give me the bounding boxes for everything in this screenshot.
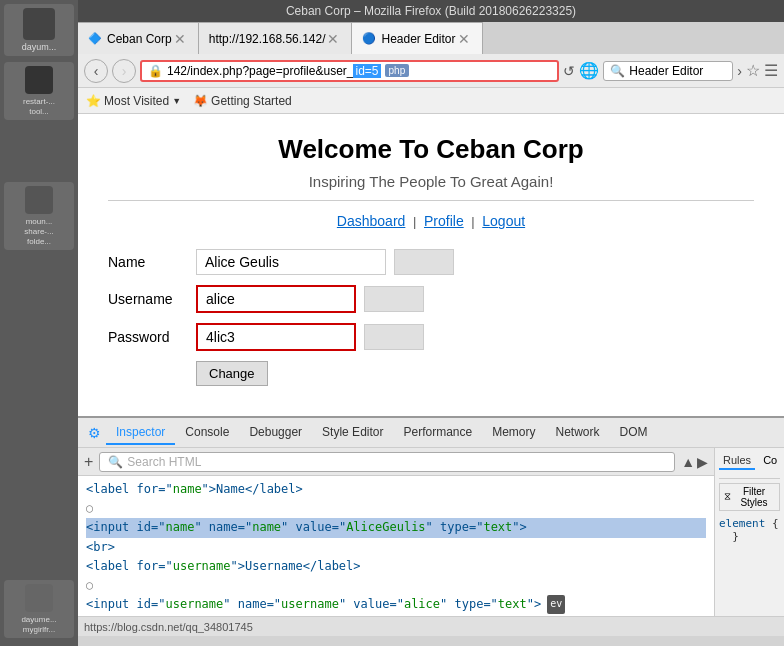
html-line-dot-1: ○ (86, 499, 706, 518)
bookmark-star-button[interactable]: ☆ (746, 61, 760, 80)
globe-icon: 🌐 (579, 61, 599, 80)
password-input[interactable] (196, 323, 356, 351)
username-extra (364, 286, 424, 312)
name-extra (394, 249, 454, 275)
back-button[interactable]: ‹ (84, 59, 108, 83)
address-bar: ‹ › 🔒 142/index.php?page=profile&user_id… (78, 54, 784, 88)
password-row: Password (108, 323, 754, 351)
element-rule: element { } (719, 517, 780, 543)
devtools-secondary-toolbar: + 🔍 Search HTML ▲ ▶ (78, 448, 714, 476)
username-row: Username (108, 285, 754, 313)
nav-arrows: ▲ ▶ (681, 454, 708, 470)
add-node-button[interactable]: + (84, 453, 93, 471)
title-bar: Ceban Corp – Mozilla Firefox (Build 2018… (78, 0, 784, 22)
menu-button[interactable]: ☰ (764, 61, 778, 80)
html-line-input-username[interactable]: <input id="username" name="username" val… (86, 595, 706, 614)
password-extra (364, 324, 424, 350)
devtools-toolbar: ⚙ Inspector Console Debugger Style Edito… (78, 418, 784, 448)
bookmarks-bar: ⭐ Most Visited ▼ 🦊 Getting Started (78, 88, 784, 114)
nav-dashboard[interactable]: Dashboard (337, 213, 406, 229)
reload-button[interactable]: ↺ (563, 63, 575, 79)
tab-header-editor[interactable]: 🔵 Header Editor ✕ (352, 22, 482, 54)
taskbar-item-3[interactable]: moun...share-...folde... (4, 182, 74, 250)
tab-favicon-1: 🔷 (88, 32, 102, 45)
change-row: Change (108, 361, 754, 386)
status-url: https://blog.csdn.net/qq_34801745 (84, 621, 253, 633)
tab-favicon-3: 🔵 (362, 32, 376, 45)
devtools-inspector-icon: ⚙ (82, 419, 106, 447)
nav-sep-1: | (413, 214, 420, 229)
search-icon-right: 🔍 (610, 64, 625, 78)
name-label: Name (108, 254, 188, 270)
tab-bar: 🔷 Ceban Corp ✕ http://192.168.56.142/ ✕ … (78, 22, 784, 54)
search-bar[interactable]: 🔍 Header Editor (603, 61, 733, 81)
devtools-tab-network[interactable]: Network (546, 421, 610, 445)
chevron-down-icon: ▼ (172, 96, 181, 106)
name-row: Name (108, 249, 754, 275)
search-value: Header Editor (629, 64, 703, 78)
co-tab[interactable]: Co (759, 452, 781, 476)
browser-content: Welcome To Ceban Corp Inspiring The Peop… (78, 114, 784, 416)
name-input[interactable] (196, 249, 386, 275)
most-visited-label: Most Visited (104, 94, 169, 108)
site-nav: Dashboard | Profile | Logout (108, 213, 754, 229)
url-highlight: id=5 (353, 64, 380, 78)
tab-label-1: Ceban Corp (107, 32, 172, 46)
html-line-label-name: <label for="name">Name</label> (86, 480, 706, 499)
devtools-panel: ⚙ Inspector Console Debugger Style Edito… (78, 416, 784, 616)
star-bookmark-icon: ⭐ (86, 94, 101, 108)
tab-ip[interactable]: http://192.168.56.142/ ✕ (199, 22, 353, 54)
search-html-icon: 🔍 (108, 455, 123, 469)
taskbar-item-1[interactable]: dayum... (4, 4, 74, 56)
username-label: Username (108, 291, 188, 307)
firefox-icon: 🦊 (193, 94, 208, 108)
window-title: Ceban Corp – Mozilla Firefox (Build 2018… (286, 4, 576, 18)
search-go-button[interactable]: › (737, 63, 742, 79)
nav-sep-2: | (471, 214, 478, 229)
devtools-nav-up[interactable]: ▲ (681, 454, 695, 470)
filter-icon: ⧖ (724, 491, 731, 503)
devtools-tab-style-editor[interactable]: Style Editor (312, 421, 393, 445)
page-subtitle: Inspiring The People To Great Again! (108, 173, 754, 190)
lock-icon: 🔒 (148, 64, 163, 78)
getting-started-bookmark[interactable]: 🦊 Getting Started (193, 94, 292, 108)
tab-close-1[interactable]: ✕ (172, 31, 188, 47)
username-input[interactable] (196, 285, 356, 313)
taskbar-item-4[interactable]: dayume...mygirlfr... (4, 580, 74, 638)
rules-tab[interactable]: Rules (719, 452, 755, 470)
nav-profile[interactable]: Profile (424, 213, 464, 229)
nav-logout[interactable]: Logout (482, 213, 525, 229)
devtools-tab-debugger[interactable]: Debugger (239, 421, 312, 445)
forward-button[interactable]: › (112, 59, 136, 83)
taskbar-item-2[interactable]: restart-...tool... (4, 62, 74, 120)
tab-label-2: http://192.168.56.142/ (209, 32, 326, 46)
password-label: Password (108, 329, 188, 345)
devtools-main: + 🔍 Search HTML ▲ ▶ <label for="name">Na… (78, 448, 714, 616)
html-line-br-1: <br> (86, 538, 706, 557)
tab-ceban-corp[interactable]: 🔷 Ceban Corp ✕ (78, 22, 199, 54)
page-divider (108, 200, 754, 201)
devtools-tab-console[interactable]: Console (175, 421, 239, 445)
devtools-tab-performance[interactable]: Performance (393, 421, 482, 445)
url-bar[interactable]: 🔒 142/index.php?page=profile&user_id=5 p… (140, 60, 559, 82)
search-html-placeholder: Search HTML (127, 455, 201, 469)
html-line-label-username: <label for="username">Username</label> (86, 557, 706, 576)
devtools-rules-panel: Rules Co ⧖ Filter Styles element { } (714, 448, 784, 616)
devtools-tab-inspector[interactable]: Inspector (106, 421, 175, 445)
most-visited-bookmark[interactable]: ⭐ Most Visited ▼ (86, 94, 181, 108)
devtools-tab-memory[interactable]: Memory (482, 421, 545, 445)
filter-styles-button[interactable]: ⧖ Filter Styles (719, 483, 780, 511)
url-text: 142/index.php?page=profile&user_id=5 (167, 64, 381, 78)
tab-close-2[interactable]: ✕ (325, 31, 341, 47)
html-view[interactable]: <label for="name">Name</label> ○ <input … (78, 476, 714, 616)
html-line-dot-2: ○ (86, 576, 706, 595)
change-button[interactable]: Change (196, 361, 268, 386)
search-html-bar[interactable]: 🔍 Search HTML (99, 452, 675, 472)
devtools-tab-dom[interactable]: DOM (610, 421, 658, 445)
devtools-content: + 🔍 Search HTML ▲ ▶ <label for="name">Na… (78, 448, 784, 616)
taskbar: dayum... restart-...tool... moun...share… (0, 0, 78, 646)
status-bar: https://blog.csdn.net/qq_34801745 (78, 616, 784, 636)
tab-close-3[interactable]: ✕ (456, 31, 472, 47)
devtools-nav-down[interactable]: ▶ (697, 454, 708, 470)
html-line-input-name[interactable]: <input id="name" name="name" value="Alic… (86, 518, 706, 537)
